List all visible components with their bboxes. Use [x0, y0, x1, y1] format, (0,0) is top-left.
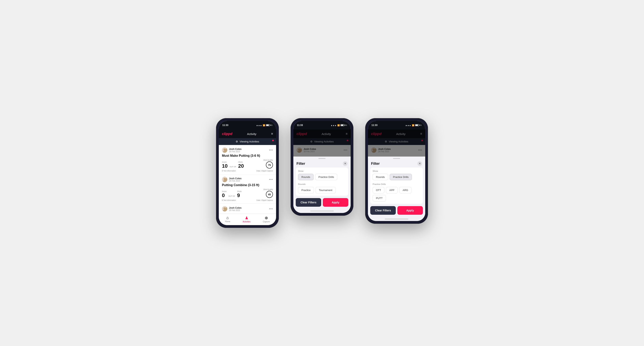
putt-btn-3[interactable]: PUTT: [373, 195, 386, 201]
filter-icon-1: ⚙: [236, 140, 238, 143]
tournament-btn-2[interactable]: Tournament: [316, 187, 336, 193]
more-dots-3[interactable]: •••: [269, 207, 273, 211]
capture-label-1: Capture: [263, 221, 270, 223]
signal-icon-1: ▲▲▲: [256, 124, 262, 126]
status-bar-1: 11:33 ▲▲▲ 📶 51: [219, 121, 276, 130]
arg-btn-3[interactable]: ARG: [399, 187, 412, 193]
avatar-2: [222, 177, 228, 182]
more-dots-1[interactable]: •••: [269, 148, 273, 152]
filter-body-3: Show Rounds Practice Drills Practice Dri…: [370, 168, 423, 204]
filter-modal-container-3: Filter ✕ Show Rounds Practice Drills Pra…: [368, 157, 425, 217]
user-name-bg-3: Josh Coles: [378, 148, 391, 151]
practice-drills-btn-3[interactable]: Practice Drills: [390, 174, 412, 180]
filter-header-2: Filter ✕: [293, 159, 351, 168]
more-dots-bg-2: •••: [344, 148, 348, 152]
close-x-2: ✕: [344, 162, 346, 165]
sq-badge-1: 75: [266, 162, 273, 169]
practice-round-btn-2[interactable]: Practice: [298, 187, 314, 193]
home-label-1: Home: [225, 220, 230, 223]
bottom-bar-3: [385, 219, 408, 219]
battery-pct-3: 51: [420, 124, 422, 126]
user-info-3: Josh Coles 28 Feb 2023: [222, 206, 242, 212]
stats-row-2: Score 0 OUT OF Shots 9 Shot Quality: [222, 188, 273, 198]
handle-bar-3: [393, 158, 400, 159]
activity-footer-1: ℹ Test Information Data: Clippd Capture: [222, 170, 273, 172]
score-value-1: 10: [222, 164, 228, 169]
rounds-btn-2[interactable]: Rounds: [298, 174, 314, 180]
stats-row-1: Score 10 OUT OF Shots 20 Shot Quality: [222, 159, 273, 169]
activity-list-1: Josh Coles 28 Feb 2023 ••• Must Make Put…: [219, 145, 276, 214]
viewing-banner-1[interactable]: ⚙ Viewing Activities: [219, 138, 276, 145]
show-buttons-2: Rounds Practice Drills: [298, 174, 346, 180]
rounds-buttons-2: Practice Tournament: [298, 187, 346, 193]
phone-1: 11:33 ▲▲▲ 📶 51 clippd Activity ≡ ⚙: [216, 118, 279, 228]
close-btn-2[interactable]: ✕: [343, 161, 348, 166]
app-header-2: clippd Activity ≡: [293, 130, 351, 138]
sq-label-2: Shot Quality: [263, 188, 273, 190]
score-label-1: Score: [222, 161, 228, 163]
more-dots-2[interactable]: •••: [269, 178, 273, 181]
logo-1: clippd: [222, 132, 232, 136]
handle-bar-2: [318, 158, 326, 159]
banner-label-1: Viewing Activities: [240, 140, 259, 143]
banner-dot-3: [421, 140, 423, 141]
wifi-icon-1: 📶: [263, 124, 265, 126]
notch-2: [312, 121, 332, 126]
nav-home-1[interactable]: ⌂ Home: [225, 215, 230, 223]
user-name-3: Josh Coles: [229, 206, 242, 209]
status-icons-3: ▲▲▲ 📶 51: [405, 124, 422, 126]
activity-title-2: Putting Combine (3-15 ft): [222, 183, 273, 187]
battery-icon-2: [340, 124, 344, 126]
activity-item-1[interactable]: Josh Coles 28 Feb 2023 ••• Must Make Put…: [219, 145, 276, 174]
time-3: 11:33: [372, 124, 378, 127]
sq-label-1: Shot Quality: [263, 159, 273, 161]
activity-item-2[interactable]: Josh Coles 28 Feb 2023 ••• Putting Combi…: [219, 174, 276, 204]
clear-filters-btn-3[interactable]: Clear Filters: [370, 206, 396, 215]
banner-label-2: Viewing Activities: [314, 140, 334, 143]
nav-capture-1[interactable]: ⊕ Capture: [263, 215, 270, 223]
rounds-btn-3[interactable]: Rounds: [373, 174, 388, 180]
show-buttons-3: Rounds Practice Drills: [373, 174, 420, 180]
signal-icon-2: ▲▲▲: [331, 124, 336, 126]
phone-3: 11:33 ▲▲▲ 📶 51 clippd Activity ≡ ⚙: [365, 118, 428, 224]
practice-drills-btn-2[interactable]: Practice Drills: [315, 174, 337, 180]
more-dots-bg-3: •••: [418, 148, 422, 152]
filter-handle-2: [293, 157, 351, 159]
app-btn-3[interactable]: APP: [386, 187, 398, 193]
activity-item-2-header: Josh Coles 28 Feb 2023 •••: [222, 177, 273, 182]
filter-header-3: Filter ✕: [368, 159, 425, 168]
apply-btn-3[interactable]: Apply: [397, 206, 423, 215]
user-name-2: Josh Coles: [229, 177, 242, 180]
user-info-2: Josh Coles 28 Feb 2023: [222, 177, 242, 182]
data-source-1: Data: Clippd Capture: [256, 170, 273, 172]
status-bar-3: 11:33 ▲▲▲ 📶 51: [368, 121, 425, 130]
filter-actions-3: Clear Filters Apply: [368, 204, 425, 217]
test-info-1: ℹ Test Information: [222, 170, 236, 172]
out-of-2: OUT OF: [228, 195, 235, 197]
practice-drills-section-3: Practice Drills OTT APP ARG PUTT: [373, 183, 420, 201]
show-label-3: Show: [373, 170, 420, 172]
avatar-3: [222, 206, 228, 212]
filter-actions-2: Clear Filters Apply: [293, 196, 351, 209]
menu-icon-1[interactable]: ≡: [271, 132, 273, 136]
nav-activities-1[interactable]: ♟ Activities: [243, 215, 250, 223]
app-header-1: clippd Activity ≡: [219, 130, 276, 138]
shots-label-2: Shots: [237, 190, 242, 192]
clear-filters-btn-2[interactable]: Clear Filters: [296, 198, 321, 207]
filter-title-2: Filter: [296, 162, 305, 166]
battery-pct-1: 51: [270, 124, 272, 126]
test-info-2: ℹ Test Information: [222, 199, 236, 201]
close-btn-3[interactable]: ✕: [417, 161, 422, 166]
wifi-icon-3: 📶: [412, 124, 414, 126]
rounds-section-2: Rounds Practice Tournament: [298, 183, 346, 193]
show-label-2: Show: [298, 170, 346, 172]
header-title-3: Activity: [396, 132, 406, 136]
activity-item-3-header: Josh Coles 28 Feb 2023 •••: [222, 206, 273, 212]
activity-item-3[interactable]: Josh Coles 28 Feb 2023 •••: [219, 204, 276, 214]
ott-btn-3[interactable]: OTT: [373, 187, 384, 193]
apply-btn-2[interactable]: Apply: [323, 198, 348, 207]
user-name-1: Josh Coles: [229, 148, 242, 151]
filter-icon-2: ⚙: [310, 140, 312, 143]
bottom-handle-3: [368, 217, 425, 221]
scene: 11:33 ▲▲▲ 📶 51 clippd Activity ≡ ⚙: [216, 118, 428, 228]
